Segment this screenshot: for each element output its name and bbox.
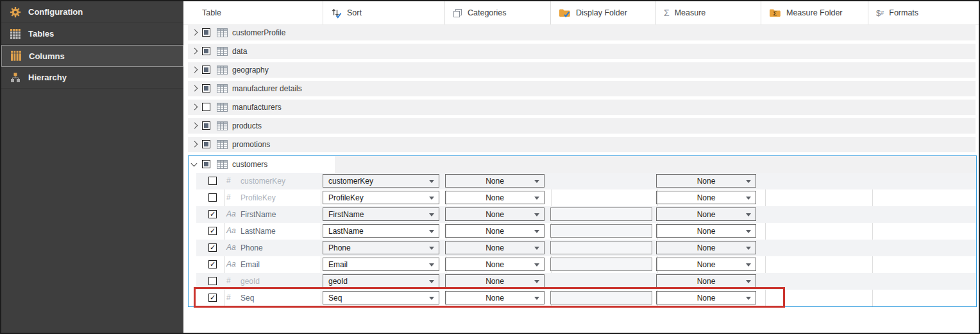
- column-checkbox[interactable]: [208, 193, 217, 202]
- header-table: Table: [183, 1, 323, 24]
- table-grid-icon: [217, 84, 228, 96]
- table-checkbox[interactable]: [202, 121, 210, 130]
- sort-dropdown[interactable]: Seq: [323, 291, 439, 304]
- categories-dropdown[interactable]: None: [445, 191, 545, 204]
- caret-down-icon: [746, 280, 751, 283]
- caret-down-icon: [429, 230, 434, 233]
- caret-down-icon: [429, 297, 434, 300]
- column-row-Email: ✓ Aa Email Email None None: [189, 256, 976, 273]
- caret-down-icon: [534, 263, 539, 267]
- column-row-ProfileKey: # ProfileKey ProfileKey None None: [189, 189, 976, 206]
- measure-dropdown[interactable]: None: [656, 241, 756, 254]
- measure-dropdown[interactable]: None: [656, 291, 756, 304]
- display-folder-input[interactable]: [550, 224, 652, 238]
- column-name: Seq: [241, 294, 254, 303]
- chevron-right-icon[interactable]: [192, 141, 198, 148]
- table-checkbox[interactable]: [202, 28, 210, 37]
- categories-icon: [453, 8, 462, 18]
- table-grid-icon: [217, 47, 228, 58]
- categories-dropdown[interactable]: None: [445, 274, 545, 288]
- sort-dropdown[interactable]: geoId: [323, 274, 439, 288]
- table-checkbox[interactable]: [202, 103, 210, 111]
- categories-dropdown[interactable]: None: [445, 241, 545, 254]
- chevron-right-icon[interactable]: [192, 67, 198, 73]
- display-folder-input[interactable]: [550, 207, 652, 221]
- sort-dropdown[interactable]: FirstName: [323, 207, 439, 221]
- caret-down-icon: [534, 230, 539, 233]
- column-checkbox[interactable]: ✓: [208, 260, 217, 268]
- columns-configuration-panel: Table Sort Categories Display Folder: [183, 1, 979, 333]
- svg-text:Σ: Σ: [773, 10, 777, 17]
- caret-down-icon: [746, 247, 751, 250]
- sidebar-item-label: Columns: [29, 51, 65, 61]
- table-checkbox[interactable]: [202, 140, 210, 148]
- sort-dropdown[interactable]: Email: [323, 258, 439, 271]
- table-name: promotions: [232, 140, 270, 149]
- column-name: Phone: [241, 243, 263, 252]
- sidebar-item-hierarchy[interactable]: Hierarchy: [1, 67, 183, 89]
- gear-icon: [10, 6, 21, 18]
- caret-down-icon: [746, 297, 751, 300]
- categories-dropdown[interactable]: None: [445, 291, 545, 304]
- chevron-right-icon[interactable]: [192, 85, 198, 92]
- measure-dropdown[interactable]: None: [656, 224, 756, 238]
- display-folder-input[interactable]: [550, 241, 652, 254]
- sort-dropdown[interactable]: customerKey: [323, 174, 439, 188]
- chevron-right-icon[interactable]: [192, 30, 198, 36]
- column-checkbox[interactable]: ✓: [208, 210, 217, 218]
- table-grid-icon: [217, 140, 228, 152]
- column-checkbox[interactable]: ✓: [208, 227, 217, 235]
- table-checkbox[interactable]: [202, 47, 210, 55]
- column-checkbox[interactable]: ✓: [208, 243, 217, 252]
- table-checkbox[interactable]: [202, 84, 210, 92]
- chevron-down-icon[interactable]: [191, 161, 198, 167]
- categories-dropdown[interactable]: None: [445, 174, 545, 188]
- table-grid-icon: [217, 28, 228, 40]
- measure-dropdown[interactable]: None: [656, 274, 756, 288]
- display-folder-input[interactable]: [550, 258, 652, 271]
- categories-dropdown[interactable]: None: [445, 207, 545, 221]
- categories-dropdown[interactable]: None: [445, 258, 545, 271]
- table-row[interactable]: manufacturer details: [188, 81, 976, 96]
- measure-dropdown[interactable]: None: [656, 207, 756, 221]
- sidebar-item-columns[interactable]: Columns: [1, 45, 183, 67]
- table-grid-icon: [217, 121, 228, 133]
- chevron-right-icon[interactable]: [192, 48, 198, 55]
- measure-dropdown[interactable]: None: [656, 258, 756, 271]
- header-measure-folder: Σ Measure Folder: [761, 1, 868, 24]
- column-checkbox[interactable]: [208, 277, 217, 285]
- chevron-right-icon[interactable]: [192, 104, 198, 110]
- table-checkbox[interactable]: [202, 160, 210, 168]
- table-row[interactable]: products: [188, 118, 976, 134]
- sort-dropdown[interactable]: ProfileKey: [323, 191, 439, 204]
- text-type-icon: Aa: [226, 226, 237, 235]
- display-folder-input[interactable]: [550, 291, 652, 304]
- caret-down-icon: [534, 247, 539, 250]
- table-row[interactable]: customerProfile: [188, 25, 976, 40]
- column-checkbox[interactable]: [208, 177, 217, 185]
- table-row[interactable]: manufacturers: [188, 100, 976, 115]
- table-row[interactable]: geography: [188, 62, 976, 78]
- text-type-icon: Aa: [226, 243, 237, 252]
- measure-folder-icon: Σ: [769, 8, 781, 18]
- column-row-Phone: ✓ Aa Phone Phone None None: [189, 240, 976, 256]
- column-checkbox[interactable]: ✓: [208, 294, 217, 302]
- column-name: geoId: [241, 277, 260, 286]
- table-row[interactable]: data: [188, 44, 976, 59]
- categories-dropdown[interactable]: None: [445, 224, 545, 238]
- table-row-customers[interactable]: customers: [189, 156, 976, 173]
- measure-dropdown[interactable]: None: [656, 174, 756, 188]
- sort-dropdown[interactable]: Phone: [323, 241, 439, 254]
- sidebar-item-label: Configuration: [28, 7, 83, 17]
- header-formats: $# Formats: [868, 1, 979, 24]
- sort-dropdown[interactable]: LastName: [323, 224, 439, 238]
- table-name: manufacturer details: [232, 84, 302, 93]
- measure-dropdown[interactable]: None: [656, 191, 756, 204]
- caret-down-icon: [429, 197, 434, 200]
- table-checkbox[interactable]: [202, 66, 210, 74]
- sidebar-item-tables[interactable]: Tables: [1, 23, 183, 45]
- sidebar-item-configuration[interactable]: Configuration: [1, 1, 183, 23]
- column-name: ProfileKey: [241, 193, 276, 202]
- table-row[interactable]: promotions: [188, 137, 976, 152]
- chevron-right-icon[interactable]: [192, 123, 198, 129]
